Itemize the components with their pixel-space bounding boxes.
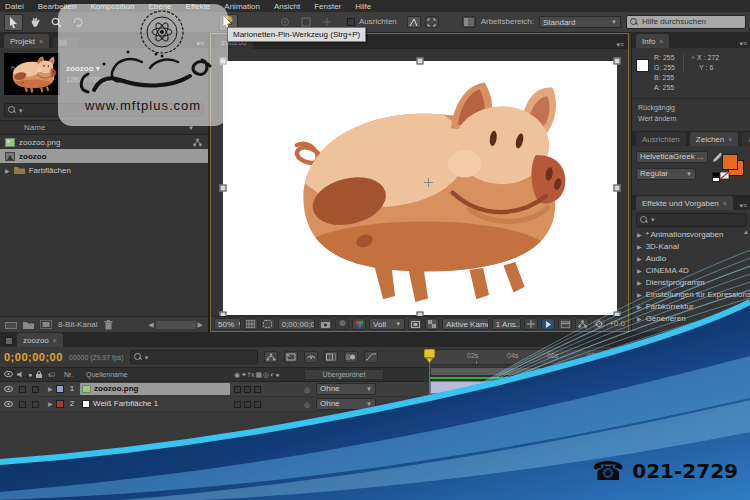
- layer-label-color[interactable]: [56, 400, 64, 408]
- show-snapshot-icon[interactable]: [335, 318, 349, 330]
- anchor-point-icon[interactable]: [424, 178, 433, 187]
- scroll-up-icon[interactable]: ▲: [743, 229, 749, 235]
- twirl-icon[interactable]: ▶: [48, 386, 56, 392]
- switch-box[interactable]: [19, 386, 26, 393]
- layer-label-color[interactable]: [56, 385, 64, 393]
- tab-projekt[interactable]: Projekt×: [4, 34, 49, 48]
- time-ruler[interactable]: 02s 04s 06s 08s 10s 12s 14s: [428, 349, 716, 365]
- motion-blur-icon[interactable]: [344, 351, 358, 363]
- layer-name-selected[interactable]: zoozoo.png: [80, 383, 230, 395]
- tab-info[interactable]: Info×: [636, 34, 669, 48]
- effects-item-4[interactable]: ▶Dienstprogramm: [632, 277, 750, 289]
- parent-column-header[interactable]: Übergeordnet: [304, 369, 384, 380]
- label-column-header[interactable]: 🏷: [48, 371, 64, 378]
- timeline-v-scrollbar[interactable]: [718, 349, 732, 411]
- source-column-header[interactable]: Quellenname: [86, 371, 234, 378]
- work-area-bar[interactable]: [430, 367, 718, 376]
- current-timecode[interactable]: 0;00;00;00: [4, 351, 63, 363]
- no-stroke-icon[interactable]: [720, 172, 734, 180]
- twirl-icon[interactable]: ▶: [5, 167, 10, 174]
- menu-ansicht[interactable]: Ansicht: [274, 2, 300, 11]
- frame-blend-icon[interactable]: [324, 351, 338, 363]
- magnification-dropdown[interactable]: 50%▼: [214, 318, 241, 330]
- mask-visibility-icon[interactable]: [261, 318, 275, 330]
- project-row-comp-selected[interactable]: zoozoo: [0, 149, 208, 163]
- new-comp-icon[interactable]: [40, 320, 52, 329]
- graph-editor-icon[interactable]: [364, 351, 378, 363]
- channel-icon[interactable]: [352, 318, 366, 330]
- tab-zeichen[interactable]: Zeichen×: [690, 132, 739, 146]
- small-white-swatch[interactable]: [712, 177, 720, 182]
- project-row-folder[interactable]: ▶ Farbflächen: [0, 163, 208, 177]
- panel-menu-icon[interactable]: ▾≡: [739, 40, 750, 48]
- roi-icon[interactable]: [408, 318, 422, 330]
- fast-preview-icon[interactable]: [541, 318, 555, 330]
- effects-item-6[interactable]: ▶Farbkorrektur: [632, 301, 750, 313]
- composition-mini-flowchart-icon[interactable]: [264, 351, 278, 363]
- panel-menu-icon[interactable]: ▾≡: [616, 41, 628, 49]
- tab-absatz[interactable]: Absatz: [742, 132, 750, 146]
- camera-dropdown[interactable]: Aktive Kamera▼: [442, 318, 489, 330]
- workspace-dropdown[interactable]: Standard▼: [539, 16, 621, 28]
- scroll-right-icon[interactable]: ▶: [198, 321, 203, 328]
- eyedropper-icon[interactable]: [712, 152, 722, 163]
- eye-icon[interactable]: [4, 401, 13, 407]
- grid-options-icon[interactable]: [244, 318, 258, 330]
- mesh-expand-button[interactable]: [425, 16, 439, 28]
- switch-box[interactable]: [244, 386, 251, 393]
- scroll-left-icon[interactable]: ◀: [148, 321, 153, 328]
- pin-type-button[interactable]: [407, 16, 421, 28]
- selection-handle[interactable]: [220, 185, 227, 192]
- switch-box[interactable]: [244, 401, 251, 408]
- selection-tool-icon[interactable]: [4, 14, 23, 31]
- transparency-grid-icon[interactable]: [425, 318, 439, 330]
- effects-search-input[interactable]: ▾: [636, 213, 747, 227]
- menu-datei[interactable]: Datei: [5, 2, 24, 11]
- selection-handle[interactable]: [614, 58, 621, 65]
- exposure-reset-icon[interactable]: [592, 318, 606, 330]
- nr-column-header[interactable]: Nr.: [64, 371, 86, 378]
- new-folder-icon[interactable]: [23, 321, 34, 329]
- tab-timeline-zoozoo[interactable]: zoozoo×: [17, 333, 63, 347]
- timeline-button-icon[interactable]: [558, 318, 572, 330]
- menu-hilfe[interactable]: Hilfe: [355, 2, 371, 11]
- tab-ausrichten[interactable]: Ausrichten: [636, 132, 686, 146]
- fill-color-swatch[interactable]: [722, 154, 738, 170]
- twirl-icon[interactable]: ▶: [48, 401, 56, 407]
- tab-effekte-und-vorgaben[interactable]: Effekte und Vorgaben×: [636, 196, 733, 210]
- switch-box[interactable]: [19, 401, 26, 408]
- panel-menu-icon[interactable]: ▾≡: [739, 202, 750, 210]
- draft-3d-icon[interactable]: [284, 351, 298, 363]
- menu-fenster[interactable]: Fenster: [314, 2, 341, 11]
- switch-box[interactable]: [234, 386, 241, 393]
- scroll-thumb[interactable]: [721, 352, 727, 374]
- effects-item-5[interactable]: ▶Einstellungen für Expressions: [632, 289, 750, 301]
- project-row-footage[interactable]: zoozoo.png: [0, 135, 208, 149]
- parent-dropdown[interactable]: Ohne▼: [316, 398, 376, 410]
- switch-box[interactable]: [254, 386, 261, 393]
- trash-icon[interactable]: [104, 320, 113, 330]
- viewer-timecode[interactable]: 0;00;00;00: [278, 318, 315, 330]
- switch-box[interactable]: [32, 401, 39, 408]
- interpret-footage-icon[interactable]: [5, 320, 17, 329]
- pickwhip-icon[interactable]: ◎: [304, 386, 316, 393]
- shy-icon[interactable]: [304, 351, 318, 363]
- layer-bar-1[interactable]: [430, 381, 716, 394]
- layer-bar-2[interactable]: [430, 395, 716, 408]
- pickwhip-icon[interactable]: ◎: [304, 401, 316, 408]
- effects-item-3[interactable]: ▶CINEMA 4D: [632, 265, 750, 277]
- menu-animation[interactable]: Animation: [224, 2, 260, 11]
- flowchart-icon[interactable]: [575, 318, 589, 330]
- composition-canvas[interactable]: [223, 61, 617, 315]
- timeline-search-input[interactable]: ▾: [130, 350, 258, 364]
- hand-tool-icon[interactable]: [27, 15, 44, 30]
- effects-item-1[interactable]: ▶3D-Kanal: [632, 241, 750, 253]
- playhead-marker[interactable]: [424, 349, 435, 363]
- effects-item-2[interactable]: ▶Audio: [632, 253, 750, 265]
- font-style-dropdown[interactable]: Regular▼: [636, 168, 696, 180]
- snapshot-icon[interactable]: [318, 318, 332, 330]
- switch-box[interactable]: [234, 401, 241, 408]
- switch-box[interactable]: [254, 401, 261, 408]
- selection-handle[interactable]: [614, 185, 621, 192]
- eye-icon[interactable]: [4, 386, 13, 392]
